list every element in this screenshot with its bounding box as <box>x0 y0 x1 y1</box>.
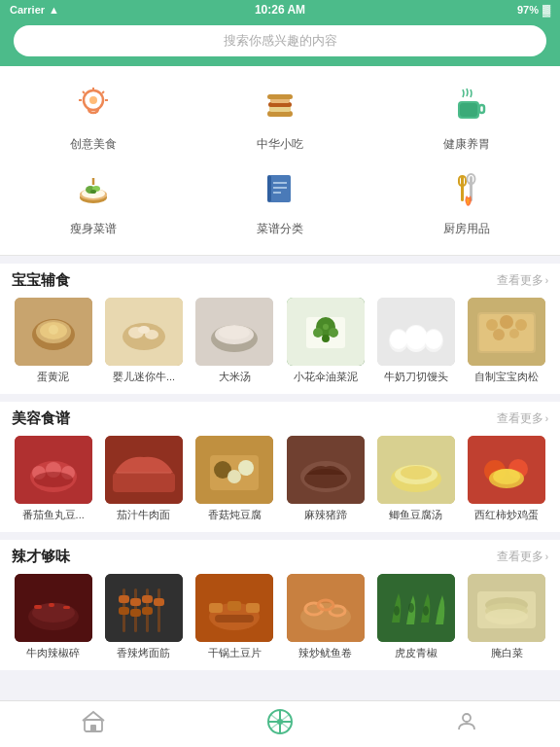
baby-thumb-1 <box>105 298 183 366</box>
svg-point-45 <box>219 326 250 339</box>
baby-food-5[interactable]: 自制宝宝肉松 <box>462 298 552 384</box>
svg-point-73 <box>34 472 73 487</box>
baby-food-4[interactable]: 牛奶刀切馒头 <box>370 298 461 384</box>
section-spicy-more[interactable]: 查看更多 › <box>497 549 548 565</box>
spicy-food-name-3: 辣炒鱿鱼卷 <box>298 646 352 660</box>
svg-rect-115 <box>228 601 241 611</box>
cat-slim-label: 瘦身菜谱 <box>70 221 117 237</box>
baby-thumb-3 <box>287 298 365 366</box>
svg-rect-116 <box>246 603 260 613</box>
section-spicy: 辣才够味 查看更多 › 牛肉辣椒碎 <box>0 540 560 670</box>
spicy-food-1[interactable]: 香辣烤面筋 <box>98 574 189 660</box>
spicy-food-2[interactable]: 干锅土豆片 <box>190 574 280 660</box>
tab-home[interactable] <box>0 710 187 739</box>
spicy-food-name-4: 虎皮青椒 <box>395 646 438 660</box>
battery-label: 97% <box>517 4 539 16</box>
cat-kitchen-icon <box>446 168 487 215</box>
beauty-food-0[interactable]: 番茄鱼丸豆... <box>8 436 98 522</box>
cat-slim[interactable]: 瘦身菜谱 <box>0 160 187 245</box>
baby-food-2[interactable]: 大米汤 <box>190 298 280 384</box>
svg-rect-111 <box>154 598 164 606</box>
cat-chinese[interactable]: 中华小吃 <box>187 76 373 160</box>
spicy-food-name-0: 牛肉辣椒碎 <box>26 646 80 660</box>
section-baby-more[interactable]: 查看更多 › <box>497 272 548 289</box>
svg-point-49 <box>313 328 323 338</box>
beauty-food-3[interactable]: 麻辣猪蹄 <box>280 436 370 522</box>
section-baby: 宝宝辅食 查看更多 › 蛋黄泥 <box>0 264 560 394</box>
svg-point-51 <box>322 335 330 342</box>
beauty-food-name-2: 香菇炖豆腐 <box>208 508 262 522</box>
baby-food-1[interactable]: 婴儿迷你牛... <box>98 298 189 384</box>
beauty-food-grid: 番茄鱼丸豆... 茄汁牛肉面 <box>0 432 560 532</box>
spicy-thumb-3 <box>287 574 365 642</box>
beauty-food-name-1: 茄汁牛肉面 <box>117 508 170 522</box>
section-beauty-more[interactable]: 查看更多 › <box>497 410 548 427</box>
svg-point-41 <box>138 326 150 334</box>
beauty-food-name-0: 番茄鱼丸豆... <box>22 508 85 522</box>
cat-classify-icon <box>260 168 300 215</box>
svg-point-58 <box>405 326 427 349</box>
svg-rect-106 <box>119 607 129 615</box>
svg-point-80 <box>238 460 254 476</box>
svg-rect-24 <box>267 175 271 202</box>
tab-discover[interactable] <box>187 708 373 741</box>
beauty-food-4[interactable]: 鲫鱼豆腐汤 <box>370 436 461 522</box>
svg-rect-15 <box>460 103 477 117</box>
spicy-food-name-1: 香辣烤面筋 <box>117 646 170 660</box>
svg-point-124 <box>394 606 400 616</box>
spicy-food-3[interactable]: 辣炒鱿鱼卷 <box>280 574 370 660</box>
beauty-thumb-2 <box>195 436 273 504</box>
beauty-food-1[interactable]: 茄汁牛肉面 <box>98 436 189 522</box>
baby-food-name-5: 自制宝宝肉松 <box>474 370 539 384</box>
tab-profile[interactable] <box>373 710 560 739</box>
search-bar[interactable]: 搜索你感兴趣的内容 <box>14 25 546 56</box>
beauty-food-5[interactable]: 西红柿炒鸡蛋 <box>462 436 552 522</box>
search-bar-area: 搜索你感兴趣的内容 <box>0 19 560 66</box>
svg-rect-105 <box>119 595 129 603</box>
spicy-food-0[interactable]: 牛肉辣椒碎 <box>8 574 98 660</box>
cat-health[interactable]: 健康养胃 <box>373 76 560 160</box>
svg-rect-114 <box>209 603 223 613</box>
cat-kitchen[interactable]: 厨房用品 <box>373 160 560 245</box>
svg-rect-108 <box>130 609 141 617</box>
spicy-food-name-2: 干锅土豆片 <box>208 646 262 660</box>
beauty-food-name-3: 麻辣猪蹄 <box>304 508 347 522</box>
baby-food-3[interactable]: 小花伞油菜泥 <box>280 298 370 384</box>
section-beauty-header: 美容食谱 查看更多 › <box>0 402 560 432</box>
section-spicy-header: 辣才够味 查看更多 › <box>0 540 560 570</box>
spicy-food-4[interactable]: 虎皮青椒 <box>370 574 461 660</box>
baby-food-0[interactable]: 蛋黄泥 <box>8 298 98 384</box>
svg-rect-97 <box>34 605 42 609</box>
svg-point-139 <box>277 719 283 725</box>
cat-classify[interactable]: 菜谱分类 <box>187 160 373 245</box>
baby-thumb-5 <box>468 298 545 366</box>
svg-point-125 <box>408 603 414 613</box>
cat-chinese-icon <box>260 84 300 130</box>
svg-rect-12 <box>267 94 293 99</box>
cat-classify-label: 菜谱分类 <box>257 221 303 237</box>
svg-point-64 <box>500 315 513 329</box>
svg-point-65 <box>515 319 527 331</box>
baby-food-name-2: 大米汤 <box>219 370 251 384</box>
svg-point-63 <box>486 319 498 331</box>
svg-point-66 <box>493 329 505 340</box>
beauty-thumb-3 <box>287 436 365 504</box>
svg-rect-75 <box>113 473 175 492</box>
tab-profile-icon <box>455 710 478 739</box>
svg-point-84 <box>304 469 347 488</box>
svg-point-126 <box>423 606 429 616</box>
beauty-thumb-1 <box>105 436 183 504</box>
svg-point-7 <box>89 96 97 104</box>
status-time: 10:26 AM <box>255 3 305 17</box>
beauty-food-2[interactable]: 香菇炖豆腐 <box>190 436 280 522</box>
svg-rect-28 <box>461 176 464 201</box>
svg-point-88 <box>401 466 432 480</box>
section-baby-header: 宝宝辅食 查看更多 › <box>0 264 560 294</box>
baby-food-grid: 蛋黄泥 婴儿迷你牛... <box>0 294 560 394</box>
spicy-thumb-4 <box>377 574 455 642</box>
section-baby-title: 宝宝辅食 <box>12 271 70 290</box>
spicy-thumb-2 <box>195 574 273 642</box>
cat-kitchen-label: 厨房用品 <box>443 221 490 237</box>
spicy-food-5[interactable]: 腌白菜 <box>462 574 552 660</box>
cat-creative[interactable]: 创意美食 <box>0 76 187 160</box>
